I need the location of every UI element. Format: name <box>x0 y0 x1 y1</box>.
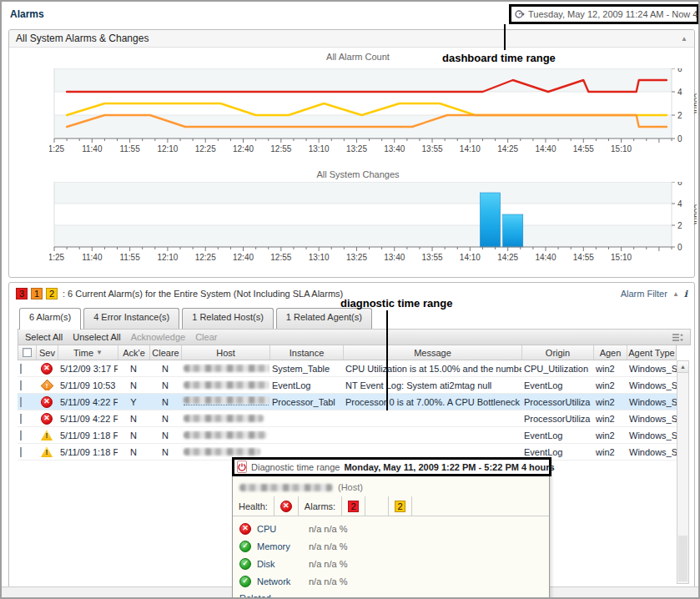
alarms-label: Alarms: <box>299 496 342 516</box>
host-name-redacted[interactable] <box>239 484 333 491</box>
host-link-redacted[interactable] <box>184 431 267 439</box>
svg-text:14:10: 14:10 <box>460 253 481 262</box>
svg-text:14:25: 14:25 <box>497 144 518 154</box>
col-agent-type[interactable]: Agent Type <box>627 345 676 360</box>
svg-text:6: 6 <box>677 68 682 73</box>
svg-text:12:10: 12:10 <box>157 144 178 154</box>
svg-text:12:55: 12:55 <box>270 253 291 262</box>
col-host[interactable]: Host <box>182 345 270 360</box>
row-checkbox[interactable] <box>20 397 22 407</box>
alarm-row[interactable]: !5/11/09 1:18 FNNEventLogwin2Windows_Sys… <box>18 427 677 444</box>
alarm-acked: N <box>118 447 149 457</box>
info-icon[interactable]: i <box>684 289 687 300</box>
severity-warning-icon: ! <box>41 446 53 457</box>
svg-text:14:10: 14:10 <box>460 144 481 154</box>
diagnostic-range-value: Monday, May 11, 2009 1:22 PM - 5:22 PM 4… <box>344 462 554 472</box>
svg-text:12:40: 12:40 <box>233 144 254 154</box>
metric-name-link[interactable]: Disk <box>257 559 303 569</box>
tab-related-agents[interactable]: 1 Related Agent(s) <box>276 308 372 329</box>
filter-collapse-icon[interactable]: ▲ <box>672 290 679 298</box>
time-range-zonar-icon <box>515 9 525 19</box>
alarm-cleared: N <box>149 380 181 390</box>
metric-name-link[interactable]: Network <box>257 576 303 586</box>
scrollbar-thumb[interactable] <box>678 536 687 581</box>
dashboard-time-range-control[interactable]: Tuesday, May 12, 2009 11:24 AM - Now 4 h… <box>509 4 699 24</box>
alarm-agent: win2 <box>593 447 627 457</box>
svg-text:15:10: 15:10 <box>611 253 632 262</box>
svg-text:14:55: 14:55 <box>573 144 594 154</box>
alarm-origin: ProcessorUtiliza <box>521 414 593 424</box>
svg-text:13:40: 13:40 <box>384 253 405 262</box>
clear-action[interactable]: Clear <box>195 332 217 342</box>
svg-text:14:40: 14:40 <box>535 144 556 154</box>
metric-ok-icon: ✓ <box>239 558 251 570</box>
svg-text:11:40: 11:40 <box>82 253 103 262</box>
svg-text:14:25: 14:25 <box>497 253 518 262</box>
metric-values: n/a n/a % <box>309 541 347 551</box>
metric-name-link[interactable]: CPU <box>257 524 303 534</box>
tooltip-warning-count: 2 <box>395 501 405 512</box>
current-alarms-panel: 3 1 2 : 6 Current Alarm(s) for the Entir… <box>8 282 695 588</box>
metric-ok-icon: ✓ <box>239 541 251 552</box>
scroll-up-button[interactable]: ▲ <box>677 361 688 373</box>
alarm-filter-link[interactable]: Alarm Filter <box>621 289 667 299</box>
tab-related-hosts[interactable]: 1 Related Host(s) <box>182 308 274 329</box>
alarm-agent-type: Windows_Syst <box>627 364 677 374</box>
metric-row-disk: ✓Diskn/a n/a % <box>233 555 549 572</box>
alarm-tab-content: Select All Unselect All Acknowledge Clea… <box>18 329 691 599</box>
svg-text:13:55: 13:55 <box>422 253 443 262</box>
collapse-icon[interactable]: ▲ <box>681 35 687 43</box>
panel-header[interactable]: All System Alarms & Changes ▲ <box>9 30 694 48</box>
svg-text:4: 4 <box>677 88 682 97</box>
alarm-agent: win2 <box>593 430 627 440</box>
svg-text:12:10: 12:10 <box>157 253 178 262</box>
tab-error-instances[interactable]: 4 Error Instance(s) <box>83 308 179 329</box>
col-time[interactable]: Time▼ <box>58 345 118 360</box>
header-checkbox-cell[interactable] <box>18 345 37 360</box>
col-cleared[interactable]: Cleare <box>150 345 182 360</box>
svg-text:11:25: 11:25 <box>49 144 65 154</box>
alarm-row[interactable]: ✕5/11/09 4:22 FYNProcessor_TablProcessor… <box>18 394 677 410</box>
unselect-all-action[interactable]: Unselect All <box>73 332 120 342</box>
alarm-cleared: N <box>149 397 181 407</box>
col-instance[interactable]: Instance <box>270 345 344 360</box>
svg-text:count: count <box>692 204 697 225</box>
col-origin[interactable]: Origin <box>522 345 594 360</box>
tooltip-fatal-count: 2 <box>348 501 359 512</box>
row-checkbox[interactable] <box>20 447 22 457</box>
alarm-time: 5/11/09 1:18 F <box>58 430 118 440</box>
tab-alarms[interactable]: 6 Alarm(s) <box>19 308 81 330</box>
host-type-suffix: (Host) <box>338 482 363 492</box>
alarm-time: 5/11/09 10:53 <box>58 380 118 390</box>
alarm-row[interactable]: !5/11/09 10:53NNEventLogNT Event Log: Sy… <box>18 377 677 394</box>
svg-text:count: count <box>692 93 697 114</box>
sort-desc-icon: ▼ <box>96 349 103 356</box>
table-customizer-icon[interactable] <box>672 333 683 342</box>
row-checkbox[interactable] <box>20 414 22 424</box>
select-all-action[interactable]: Select All <box>25 332 63 342</box>
row-checkbox[interactable] <box>20 430 22 440</box>
metric-name-link[interactable]: Memory <box>257 541 303 551</box>
dashboard-annotation-line <box>504 24 506 50</box>
select-all-checkbox[interactable] <box>23 348 32 357</box>
alarm-row[interactable]: ✕5/12/09 3:17 FNNSystem_TableCPU Utiliza… <box>18 360 677 377</box>
host-link-redacted[interactable] <box>184 448 260 456</box>
alarm-agent-type: Windows_Syst <box>627 380 677 390</box>
col-sev[interactable]: Sev <box>37 345 58 360</box>
host-link-redacted[interactable] <box>184 415 264 422</box>
host-link-redacted[interactable] <box>184 381 269 389</box>
acknowledge-action[interactable]: Acknowledge <box>131 332 185 342</box>
alarm-time: 5/12/09 3:17 F <box>58 364 118 374</box>
severity-fatal-icon: ✕ <box>41 413 53 425</box>
row-checkbox[interactable] <box>20 380 22 390</box>
table-vertical-scrollbar[interactable]: ▲ <box>677 360 689 584</box>
host-link-redacted[interactable] <box>184 365 269 372</box>
col-message[interactable]: Message <box>344 345 522 360</box>
svg-text:11:40: 11:40 <box>82 144 103 154</box>
col-acked[interactable]: Ack'e <box>118 345 150 360</box>
row-checkbox[interactable] <box>20 364 22 374</box>
host-link-redacted[interactable] <box>184 396 269 405</box>
alarm-row[interactable]: ✕5/11/09 4:22 FNNProcessorUtilizawin2Win… <box>18 410 677 427</box>
col-agent[interactable]: Agen <box>594 345 627 360</box>
svg-text:0: 0 <box>677 134 682 143</box>
